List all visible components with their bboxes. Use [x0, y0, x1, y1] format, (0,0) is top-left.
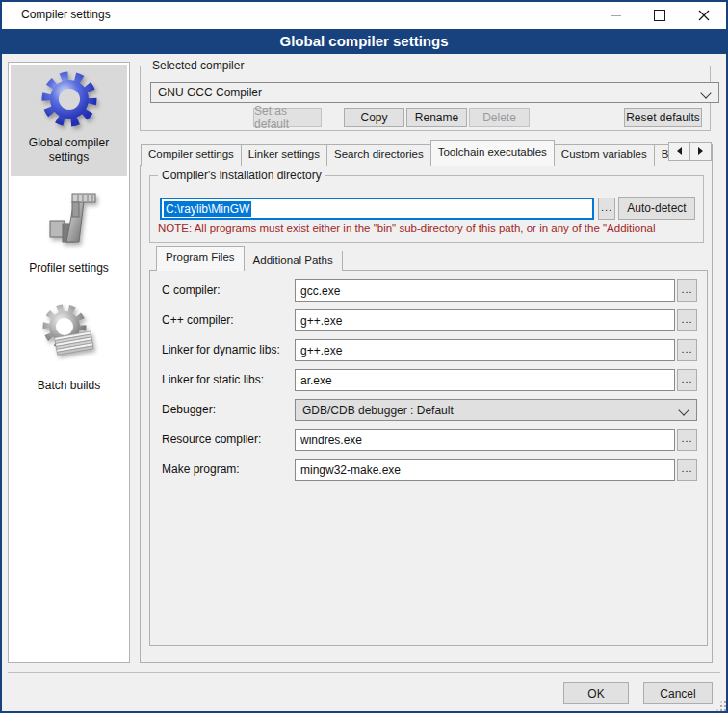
- make-program-label: Make program:: [162, 462, 240, 476]
- linker-static-label: Linker for static libs:: [162, 373, 264, 386]
- footer-divider: [8, 672, 720, 673]
- bin-subdirectory-note: NOTE: All programs must exist either in …: [158, 223, 697, 237]
- title-bar: Compiler settings: [0, 0, 728, 29]
- linker-dynamic-label: Linker for dynamic libs:: [162, 343, 280, 356]
- compiler-settings-window: Compiler settings Global compiler settin…: [0, 0, 728, 713]
- tab-scroll-right-button[interactable]: [689, 142, 712, 161]
- resource-compiler-browse-button[interactable]: ...: [677, 429, 697, 451]
- tab-toolchain-executables[interactable]: Toolchain executables: [430, 140, 555, 166]
- debugger-select[interactable]: GDB/CDB debugger : Default: [295, 399, 697, 421]
- rename-label: Rename: [415, 111, 458, 124]
- c-compiler-input[interactable]: [295, 279, 675, 302]
- tab-additional-paths[interactable]: Additional Paths: [244, 251, 343, 271]
- make-program-input[interactable]: [295, 459, 675, 481]
- program-files-panel: C compiler: ... C++ compiler: ... Linker…: [149, 270, 708, 646]
- linker-static-browse-button[interactable]: ...: [677, 369, 697, 391]
- tab-search-directories[interactable]: Search directories: [326, 144, 431, 166]
- compiler-select[interactable]: GNU GCC Compiler: [150, 82, 719, 103]
- delete-button[interactable]: Delete: [469, 108, 530, 127]
- dialog-header: Global compiler settings: [2, 29, 726, 54]
- c-compiler-browse-button[interactable]: ...: [677, 279, 697, 302]
- debugger-select-value: GDB/CDB debugger : Default: [302, 404, 454, 417]
- tab-program-files[interactable]: Program Files: [156, 246, 245, 271]
- installation-directory-group-label: Compiler's installation directory: [158, 169, 325, 183]
- tab-custom-variables[interactable]: Custom variables: [554, 144, 655, 166]
- close-button[interactable]: [682, 2, 726, 29]
- copy-label: Copy: [360, 111, 387, 124]
- rename-button[interactable]: Rename: [406, 108, 467, 127]
- c-compiler-label: C compiler:: [162, 283, 221, 297]
- sidebar-item-label: Batch builds: [15, 379, 123, 393]
- maximize-button[interactable]: [637, 2, 682, 29]
- ok-button[interactable]: OK: [563, 682, 629, 704]
- delete-label: Delete: [482, 111, 516, 124]
- selected-compiler-group: Selected compiler GNU GCC Compiler Set a…: [140, 66, 711, 131]
- sidebar-item-profiler-settings[interactable]: Profiler settings: [11, 184, 127, 280]
- program-tab-strip: Program Files Additional Paths: [157, 247, 343, 271]
- debugger-label: Debugger:: [162, 403, 216, 416]
- minimize-icon: [611, 15, 621, 16]
- resource-compiler-label: Resource compiler:: [162, 433, 261, 446]
- tab-compiler-settings[interactable]: Compiler settings: [141, 144, 242, 166]
- blue-gear-icon: [39, 68, 100, 130]
- reset-defaults-label: Reset defaults: [626, 111, 700, 124]
- cpp-compiler-label: C++ compiler:: [162, 313, 234, 327]
- compiler-select-value: GNU GCC Compiler: [158, 86, 262, 99]
- resize-grip[interactable]: [720, 705, 722, 707]
- make-program-browse-button[interactable]: ...: [677, 459, 697, 481]
- installation-directory-group: Compiler's installation directory C:\ray…: [149, 175, 704, 243]
- cancel-button[interactable]: Cancel: [643, 682, 713, 704]
- browse-ellipsis-label: ...: [601, 201, 612, 213]
- cancel-label: Cancel: [660, 687, 695, 700]
- chevron-down-icon: [700, 88, 711, 98]
- sidebar-item-label: Global compiler settings: [15, 136, 123, 165]
- tab-scroll-left-button[interactable]: [668, 142, 690, 161]
- cpp-compiler-input[interactable]: [295, 309, 675, 331]
- selected-compiler-group-label: Selected compiler: [148, 59, 247, 73]
- installation-directory-browse-button[interactable]: ...: [598, 198, 615, 220]
- set-as-default-button[interactable]: Set as default: [253, 108, 322, 127]
- linker-dynamic-input[interactable]: [295, 339, 675, 361]
- installation-directory-value: C:\raylib\MinGW: [164, 201, 251, 217]
- sidebar-item-label: Profiler settings: [15, 261, 123, 276]
- cpp-compiler-browse-button[interactable]: ...: [677, 309, 697, 331]
- installation-directory-input[interactable]: C:\raylib\MinGW: [160, 198, 594, 220]
- minimize-button[interactable]: [593, 2, 637, 29]
- maximize-icon: [654, 10, 665, 21]
- gray-gear-stack-icon: [39, 302, 100, 363]
- linker-static-input[interactable]: [295, 369, 675, 391]
- set-as-default-label: Set as default: [254, 104, 321, 131]
- sidebar-item-batch-builds[interactable]: Batch builds: [11, 300, 127, 402]
- copy-button[interactable]: Copy: [344, 108, 404, 127]
- tab-linker-settings[interactable]: Linker settings: [241, 144, 327, 166]
- ok-label: OK: [587, 687, 604, 700]
- close-icon: [698, 10, 710, 21]
- chevron-down-icon: [678, 405, 689, 415]
- reset-defaults-button[interactable]: Reset defaults: [624, 108, 702, 127]
- tab-scroll-buttons: [669, 142, 712, 161]
- auto-detect-label: Auto-detect: [627, 201, 686, 215]
- auto-detect-button[interactable]: Auto-detect: [618, 197, 695, 220]
- main-tab-strip: Compiler settings Linker settings Search…: [141, 141, 713, 166]
- settings-category-sidebar: Global compiler settings: [8, 62, 130, 663]
- window-title: Compiler settings: [21, 0, 111, 29]
- caliper-icon: [39, 186, 100, 248]
- resource-compiler-input[interactable]: [295, 429, 675, 451]
- arrow-right-icon: [698, 147, 703, 155]
- arrow-left-icon: [677, 147, 682, 155]
- linker-dynamic-browse-button[interactable]: ...: [677, 339, 697, 361]
- sidebar-item-global-compiler-settings[interactable]: Global compiler settings: [11, 65, 127, 176]
